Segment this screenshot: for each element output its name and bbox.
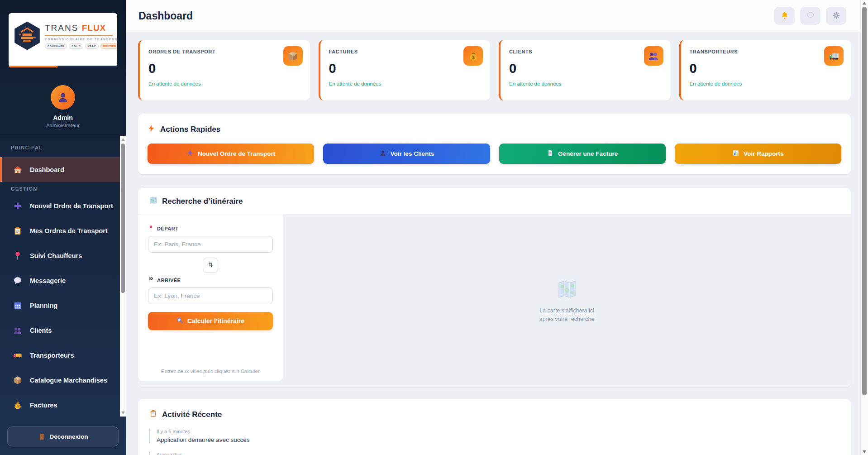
sidebar-item-transporteurs[interactable]: Transporteurs (0, 343, 126, 368)
clipboard-icon (149, 409, 157, 420)
scroll-up-arrow-icon[interactable] (121, 138, 125, 141)
stat-status: En attente de données (329, 81, 482, 86)
arrivee-label: ARRIVÉE (148, 277, 273, 283)
view-clients-button[interactable]: Voir les Clients (323, 144, 490, 164)
depart-input[interactable] (148, 236, 273, 253)
stat-card-clients: CLIENTS 0 En attente de données (499, 40, 671, 101)
settings-button[interactable] (826, 7, 846, 25)
main-area: Dashboard ORDRES DE TRANSPORT 0 En atten… (126, 0, 868, 455)
moneybag-icon (463, 46, 483, 66)
sidebar-item-suivi-chauffeurs[interactable]: Suivi Chauffeurs (0, 243, 126, 268)
sidebar: TRANS FLUX COMMISSIONNAIRE DE TRANSPORT … (0, 0, 126, 455)
route-search-header: Recherche d’itinéraire (138, 188, 851, 215)
activity-text: Application démarrée avec succès (157, 436, 840, 443)
sidebar-scrollbar[interactable] (120, 136, 126, 417)
stat-status: En attente de données (148, 81, 302, 86)
brand-accent-strip (9, 66, 117, 67)
route-form: DÉPART ARRIVÉE Calcul (138, 215, 283, 381)
window-scrollbar[interactable] (860, 0, 868, 455)
nav-section-gestion: GESTION (11, 186, 126, 193)
topbar-actions (774, 7, 846, 25)
activity-time: Aujourd’hui (157, 452, 840, 455)
activity-item: Aujourd’hui Bienvenue sur TransFlux ! (149, 452, 840, 455)
brand-logo-card: TRANS FLUX COMMISSIONNAIRE DE TRANSPORT … (9, 13, 117, 67)
door-icon (38, 433, 46, 441)
window-scrollbar-thumb[interactable] (862, 7, 867, 395)
route-hint: Entrez deux villes puis cliquez sur Calc… (138, 369, 283, 374)
route-search-body: DÉPART ARRIVÉE Calcul (138, 215, 851, 387)
map-icon (149, 196, 157, 207)
arrivee-input[interactable] (148, 287, 273, 304)
sidebar-item-catalogue[interactable]: Catalogue Marchandises (0, 368, 126, 393)
stat-value: 0 (509, 61, 663, 76)
badge-vrac: VRAC (85, 43, 99, 49)
stat-card-factures: FACTURES 0 En attente de données (319, 40, 491, 101)
quick-actions-panel: Actions Rapides Nouvel Ordre de Transpor… (138, 114, 851, 174)
scroll-down-arrow-icon[interactable] (863, 450, 866, 453)
lorry-icon (824, 46, 844, 66)
map-placeholder-text: La carte s’affichera ici après votre rec… (539, 307, 595, 323)
lightning-icon (147, 124, 156, 135)
clipboard-icon (12, 226, 23, 236)
badge-colis: COLIS (69, 43, 83, 49)
sidebar-item-clients[interactable]: Clients (0, 318, 126, 343)
scroll-down-arrow-icon[interactable] (121, 412, 125, 414)
sidebar-item-nouvel-ordre[interactable]: Nouvel Ordre de Transport (0, 193, 126, 218)
content: ORDRES DE TRANSPORT 0 En attente de donn… (126, 32, 868, 455)
brand-badges: CONTAINER COLIS VRAC ROUTIER (45, 43, 114, 49)
calculate-route-button[interactable]: Calculer l’itinéraire (148, 312, 273, 330)
swap-row (148, 258, 273, 273)
stat-value: 0 (329, 61, 482, 76)
stat-status: En attente de données (690, 81, 843, 86)
package-icon (283, 46, 303, 66)
swap-arrows-icon (207, 261, 214, 269)
activity-item: Il y a 5 minutes Application démarrée av… (149, 429, 840, 443)
people-icon (12, 326, 23, 335)
avatar[interactable] (51, 85, 75, 110)
stat-card-ordres: ORDRES DE TRANSPORT 0 En attente de donn… (138, 40, 310, 101)
plus-icon (12, 201, 23, 211)
sidebar-item-factures[interactable]: Factures (0, 393, 126, 417)
stat-label: TRANSPORTEURS (690, 49, 843, 54)
box-icon (12, 375, 23, 385)
moneybag-icon (12, 400, 23, 410)
stat-label: FACTURES (329, 49, 482, 54)
magnifier-icon (176, 317, 183, 325)
sidebar-item-dashboard[interactable]: Dashboard (0, 157, 126, 182)
sidebar-item-messagerie[interactable]: Messagerie (0, 268, 126, 293)
sidebar-item-planning[interactable]: Planning (0, 293, 126, 318)
plus-icon (186, 149, 194, 158)
brand-rule (45, 35, 113, 36)
map-placeholder: La carte s’affichera ici après votre rec… (283, 215, 851, 387)
depart-label: DÉPART (148, 225, 273, 232)
sidebar-item-mes-ordres[interactable]: Mes Ordres de Transport (0, 218, 126, 243)
new-transport-order-button[interactable]: Nouvel Ordre de Transport (148, 144, 314, 164)
recent-activity-title: Activité Récente (149, 409, 840, 420)
notifications-button[interactable] (774, 7, 795, 25)
activity-time: Il y a 5 minutes (157, 429, 840, 434)
logout-button[interactable]: Déconnexion (7, 426, 119, 446)
messages-button[interactable] (800, 7, 820, 25)
truck-icon (12, 350, 23, 360)
people-icon (644, 46, 663, 66)
scroll-up-arrow-icon[interactable] (863, 2, 866, 5)
sidebar-scrollbar-thumb[interactable] (121, 144, 125, 293)
stat-label: CLIENTS (509, 49, 663, 54)
document-icon (547, 149, 554, 158)
brand-tagline: COMMISSIONNAIRE DE TRANSPORT (45, 38, 114, 41)
quick-actions-grid: Nouvel Ordre de Transport Voir les Clien… (147, 144, 842, 164)
bell-icon (780, 11, 789, 21)
chat-icon (12, 276, 23, 286)
badge-container: CONTAINER (45, 43, 67, 49)
calendar-icon (12, 301, 23, 311)
stat-card-transporteurs: TRANSPORTEURS 0 En attente de données (679, 40, 851, 101)
view-reports-button[interactable]: Voir Rapports (675, 144, 841, 164)
brand-name: TRANS FLUX (45, 23, 114, 33)
profile-name: Admin (0, 114, 126, 121)
swap-cities-button[interactable] (203, 258, 218, 273)
stat-value: 0 (690, 61, 843, 76)
map-icon (556, 278, 578, 302)
pin-icon (148, 225, 154, 232)
stat-value: 0 (148, 61, 302, 76)
generate-invoice-button[interactable]: Générer une Facture (499, 144, 666, 164)
